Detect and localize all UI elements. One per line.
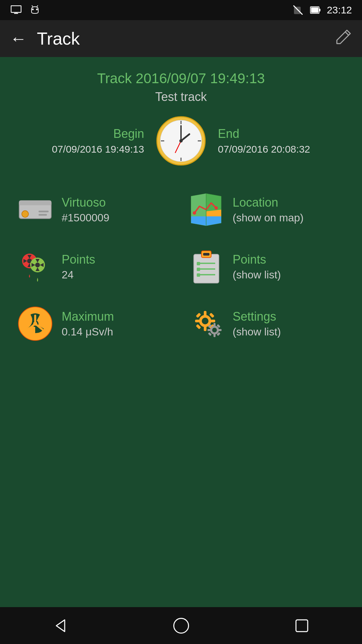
points-count-label: Points (62, 253, 95, 267)
track-header: Track 2016/09/07 19:49:13 Test track (13, 70, 349, 104)
svg-rect-26 (39, 211, 49, 212)
info-grid: Virtuoso #1500009 (13, 184, 349, 349)
settings-value: (show list) (233, 326, 281, 338)
svg-rect-11 (311, 7, 318, 13)
svg-point-33 (215, 206, 218, 210)
nav-recent-button[interactable] (288, 612, 315, 639)
location-label: Location (233, 196, 304, 210)
radiation-badge-icon (17, 305, 54, 342)
virtuoso-text: Virtuoso #1500009 (62, 196, 109, 224)
svg-marker-74 (56, 620, 65, 632)
svg-rect-67 (214, 334, 216, 337)
svg-rect-66 (214, 323, 216, 326)
main-content: Track 2016/09/07 19:49:13 Test track Beg… (0, 57, 362, 607)
location-text: Location (show on map) (233, 196, 304, 224)
begin-label: Begin (13, 127, 144, 141)
svg-point-65 (213, 329, 216, 331)
points-list-text: Points (show list) (233, 253, 281, 281)
svg-point-32 (193, 211, 196, 215)
svg-rect-57 (204, 326, 206, 331)
svg-rect-56 (204, 311, 206, 316)
svg-line-5 (32, 5, 33, 7)
svg-rect-24 (19, 201, 51, 205)
time-row: Begin 07/09/2016 19:49:13 (13, 114, 349, 168)
svg-rect-43 (197, 262, 200, 265)
pins-icon (17, 248, 54, 285)
clipboard-icon (188, 248, 225, 285)
points-count-text: Points 24 (62, 253, 95, 281)
android-icon (29, 4, 41, 16)
svg-rect-58 (195, 320, 200, 322)
end-label: End (218, 127, 349, 141)
svg-point-55 (203, 319, 207, 323)
status-bar: 23:12 (0, 0, 362, 20)
points-count-value: 24 (62, 269, 95, 281)
svg-rect-61 (209, 313, 215, 318)
svg-point-38 (35, 263, 40, 267)
svg-point-22 (179, 139, 183, 143)
svg-point-4 (36, 9, 38, 10)
bottom-nav (0, 607, 362, 644)
svg-rect-27 (39, 214, 47, 216)
svg-rect-68 (207, 329, 211, 331)
svg-point-3 (32, 9, 34, 10)
points-count-item[interactable]: Points 24 (13, 241, 178, 292)
settings-icon (188, 305, 225, 342)
settings-item[interactable]: Settings (show list) (184, 299, 349, 349)
maximum-text: Maximum 0.14 μSv/h (62, 310, 114, 338)
begin-value: 07/09/2016 19:49:13 (13, 144, 144, 155)
svg-rect-0 (11, 6, 21, 12)
svg-line-6 (37, 5, 38, 7)
status-time: 23:12 (327, 4, 352, 16)
track-subtitle: Test track (13, 90, 349, 104)
location-item[interactable]: Location (show on map) (184, 184, 349, 235)
nav-home-button[interactable] (168, 612, 194, 639)
back-button[interactable]: ← (10, 30, 27, 47)
end-value: 07/09/2016 20:08:32 (218, 144, 349, 155)
settings-text: Settings (show list) (233, 310, 281, 338)
svg-rect-59 (210, 320, 215, 322)
no-sim-icon (292, 4, 304, 16)
virtuoso-item[interactable]: Virtuoso #1500009 (13, 184, 178, 235)
clock-icon (154, 114, 208, 168)
svg-rect-10 (319, 9, 320, 11)
points-list-label: Points (233, 253, 281, 267)
end-time-block: End 07/09/2016 20:08:32 (218, 127, 349, 155)
points-list-value: (show list) (233, 269, 281, 281)
maximum-value: 0.14 μSv/h (62, 326, 114, 338)
svg-rect-41 (203, 253, 209, 256)
svg-rect-7 (294, 7, 301, 14)
maximum-item[interactable]: Maximum 0.14 μSv/h (13, 299, 178, 349)
map-icon (188, 191, 225, 228)
app-bar: ← Track (0, 20, 362, 57)
virtuoso-label: Virtuoso (62, 196, 109, 210)
disk-icon (17, 191, 54, 228)
svg-rect-62 (196, 324, 201, 329)
page-title: Track (37, 29, 335, 49)
svg-rect-47 (197, 273, 200, 277)
screen-icon (10, 4, 22, 16)
begin-time-block: Begin 07/09/2016 19:49:13 (13, 127, 144, 155)
location-value: (show on map) (233, 212, 304, 224)
svg-rect-76 (296, 620, 308, 632)
svg-point-25 (22, 211, 28, 217)
nav-back-button[interactable] (47, 612, 74, 639)
svg-point-75 (174, 618, 188, 633)
points-list-item[interactable]: Points (show list) (184, 241, 349, 292)
settings-label: Settings (233, 310, 281, 324)
virtuoso-value: #1500009 (62, 212, 109, 224)
battery-icon (309, 4, 321, 16)
svg-line-12 (345, 32, 349, 35)
svg-point-53 (33, 322, 37, 326)
svg-rect-45 (197, 268, 200, 271)
svg-rect-60 (196, 313, 201, 318)
svg-rect-69 (218, 329, 222, 331)
track-title: Track 2016/09/07 19:49:13 (13, 70, 349, 87)
maximum-label: Maximum (62, 310, 114, 324)
edit-button[interactable] (335, 29, 352, 49)
